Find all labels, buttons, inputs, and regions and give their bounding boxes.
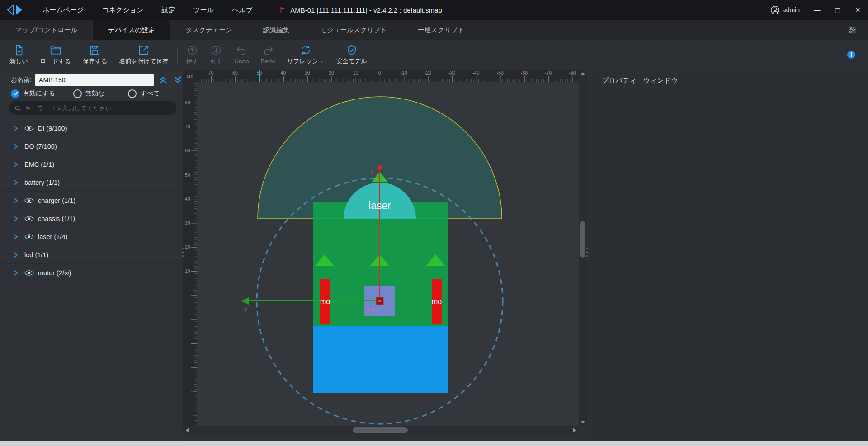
tree-item-di[interactable]: DI (9/100)	[0, 119, 183, 137]
pull-icon	[210, 44, 222, 56]
filter-all-radio[interactable]: すべて	[128, 89, 160, 98]
tab-device-settings[interactable]: デバイスの設定	[93, 20, 170, 40]
filter-enabled-radio[interactable]: 有効にする	[11, 89, 55, 98]
toolbar-refresh-button[interactable]: リフレッシュ	[281, 40, 330, 70]
device-search-box[interactable]	[9, 101, 176, 115]
vruler-tick-label: 70	[183, 114, 197, 138]
menu-home[interactable]: ホームページ	[33, 0, 93, 20]
tab-recognition-edit[interactable]: 認識編集	[248, 20, 305, 40]
eye-icon[interactable]	[24, 197, 34, 204]
y-axis-arrowhead	[241, 297, 249, 305]
chevron-right-icon[interactable]	[13, 197, 19, 204]
tab-module-script[interactable]: モジュールスクリプト	[305, 20, 402, 40]
tree-item-label: charger (1/1)	[38, 197, 75, 204]
menu-tools[interactable]: ツール	[184, 0, 223, 20]
toolbar-redo-button[interactable]: Redo	[255, 40, 281, 70]
chevron-right-icon[interactable]	[13, 216, 19, 222]
hruler-tick-label: -30	[440, 70, 464, 75]
info-icon[interactable]	[846, 50, 856, 60]
tree-item-motor[interactable]: motor (2/∞)	[0, 264, 183, 282]
menu-help[interactable]: ヘルプ	[223, 0, 262, 20]
tree-item-emc[interactable]: EMC (1/1)	[0, 155, 183, 174]
toolbar-push-button[interactable]: 押す	[180, 40, 204, 70]
x-axis-origin-dot	[377, 165, 382, 170]
toolbar-undo-button[interactable]: Undo	[228, 40, 255, 70]
eye-icon[interactable]	[24, 270, 34, 276]
toolbar-pull-button[interactable]: 引く	[204, 40, 228, 70]
menu-connection[interactable]: コネクション	[93, 0, 152, 20]
hruler-tick-label: -20	[416, 70, 440, 75]
toolbar-button-label: Undo	[234, 58, 249, 65]
load-folder-icon	[50, 44, 61, 56]
expand-all-button[interactable]	[173, 75, 183, 85]
scroll-down-arrow[interactable]	[579, 418, 587, 426]
left-splitter-handle[interactable]	[181, 243, 184, 261]
tree-item-label: DO (7/100)	[24, 143, 57, 150]
filter-label: すべて	[140, 89, 160, 98]
filter-disabled-radio[interactable]: 無効な	[73, 89, 104, 98]
scroll-right-arrow[interactable]	[571, 426, 579, 434]
ruler-cursor-marker	[259, 70, 260, 82]
hruler-tick-label: 30	[295, 70, 319, 75]
vruler-tick-label: 80	[183, 90, 197, 114]
chevron-right-icon[interactable]	[13, 252, 19, 258]
application-window: ホームページ コネクション 設定 ツール ヘルプ AMB-01 [111.111…	[0, 0, 868, 446]
main-tabbar: マップ/コントロール デバイスの設定 タスクチェーン 認識編集 モジュールスクリ…	[0, 20, 868, 40]
toolbar-safety-model-button[interactable]: 安全モデル	[330, 40, 373, 70]
minimize-button[interactable]: —	[807, 0, 827, 20]
properties-panel: プロパティーウィンドウ	[589, 70, 868, 441]
eye-icon[interactable]	[24, 216, 34, 222]
titlebar-right: admin — ▢ ✕	[770, 0, 868, 20]
close-button[interactable]: ✕	[848, 0, 868, 20]
chevron-right-icon[interactable]	[13, 270, 19, 276]
chevron-right-icon[interactable]	[13, 143, 19, 150]
chevron-right-icon[interactable]	[13, 179, 19, 186]
right-splitter-handle[interactable]	[585, 243, 589, 261]
document-title-group: AMB-01 [111.111.111.111] - v2.4.2.2 : de…	[280, 6, 442, 14]
toolbar-button-label: ロードする	[40, 57, 71, 66]
collapse-all-button[interactable]	[158, 75, 168, 85]
menu-settings[interactable]: 設定	[153, 0, 184, 20]
chevron-right-icon[interactable]	[13, 161, 19, 168]
model-drawing-area[interactable]: laser mo mo x y 0,0	[197, 82, 579, 426]
toolbar-save-button[interactable]: 保存する	[77, 40, 113, 70]
search-input[interactable]	[25, 105, 171, 112]
toolbar-new-button[interactable]: 新しい	[4, 40, 34, 70]
toolbar-load-button[interactable]: ロードする	[34, 40, 77, 70]
toolbar-button-label: 新しい	[9, 57, 28, 66]
toolbar-button-label: 保存する	[83, 57, 108, 66]
tree-item-battery[interactable]: battery (1/1)	[0, 174, 183, 192]
maximize-button[interactable]: ▢	[827, 0, 848, 20]
toolbar-separator	[177, 47, 178, 63]
toolbar-button-label: Redo	[260, 58, 275, 65]
tree-item-charger[interactable]: charger (1/1)	[0, 192, 183, 210]
user-account[interactable]: admin	[770, 5, 800, 15]
scroll-up-arrow[interactable]	[579, 70, 587, 78]
device-name-input[interactable]	[35, 74, 154, 86]
hruler-tick-label: -80	[560, 70, 579, 75]
chassis-bottom-rect[interactable]	[313, 326, 448, 393]
tab-task-chain[interactable]: タスクチェーン	[170, 20, 248, 40]
tree-item-laser[interactable]: laser (1/4)	[0, 228, 183, 246]
app-logo-icon	[6, 4, 24, 16]
device-name-label: お名前:	[11, 76, 32, 84]
chevron-right-icon[interactable]	[13, 125, 19, 131]
chevron-right-icon[interactable]	[13, 234, 19, 240]
robot-model-svg[interactable]: laser mo mo x y 0,0	[197, 82, 579, 426]
horizontal-scrollbar[interactable]	[183, 426, 579, 434]
titlebar: ホームページ コネクション 設定 ツール ヘルプ AMB-01 [111.111…	[0, 0, 868, 20]
eye-icon[interactable]	[24, 125, 34, 131]
tree-item-led[interactable]: led (1/1)	[0, 246, 183, 264]
tab-general-script[interactable]: 一般スクリプト	[402, 20, 480, 40]
tree-item-do[interactable]: DO (7/100)	[0, 137, 183, 155]
filter-sliders-icon[interactable]	[847, 25, 857, 35]
toolbar-save-as-button[interactable]: 名前を付けて保存	[113, 40, 175, 70]
tree-item-chassis[interactable]: chassis (1/1)	[0, 210, 183, 228]
motor-left-label: mo	[320, 298, 330, 305]
eye-icon[interactable]	[24, 234, 34, 240]
tab-map-control[interactable]: マップ/コントロール	[0, 20, 93, 40]
redo-icon	[262, 45, 274, 56]
motor-right-label: mo	[432, 298, 442, 305]
scroll-left-arrow[interactable]	[183, 426, 191, 434]
horizontal-scrollbar-thumb[interactable]	[353, 427, 408, 433]
